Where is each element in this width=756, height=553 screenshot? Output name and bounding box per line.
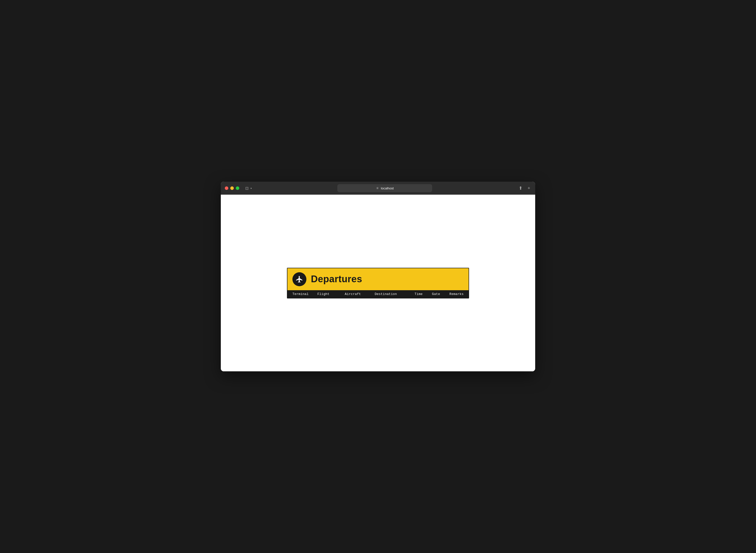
address-bar: ✳ localhost [255, 184, 515, 192]
departures-title: Departures [311, 274, 362, 285]
url-text: localhost [381, 186, 394, 190]
departures-columns: Terminal Flight Aircraft Destination Tim… [287, 290, 469, 298]
airplane-icon [296, 275, 304, 283]
minimize-button[interactable] [230, 186, 234, 190]
column-terminal: Terminal [292, 292, 317, 296]
sidebar-button[interactable]: ⊡ [244, 185, 250, 192]
site-icon: ✳ [376, 186, 379, 190]
column-destination: Destination [375, 292, 415, 296]
departures-header: Departures [287, 268, 469, 290]
column-flight: Flight [317, 292, 345, 296]
traffic-lights [225, 186, 239, 190]
column-time: Time [414, 292, 432, 296]
browser-actions: ⬆ + [518, 184, 531, 192]
browser-content: Departures Terminal Flight Aircraft Dest… [221, 194, 535, 371]
new-tab-button[interactable]: + [526, 185, 531, 192]
browser-titlebar: ⊡ ▾ ✳ localhost ⬆ + [221, 182, 535, 194]
chevron-down-icon: ▾ [251, 187, 252, 190]
departures-icon [292, 272, 307, 286]
close-button[interactable] [225, 186, 228, 190]
column-aircraft: Aircraft [345, 292, 375, 296]
maximize-button[interactable] [236, 186, 239, 190]
browser-window: ⊡ ▾ ✳ localhost ⬆ + Departures [221, 182, 535, 371]
column-gate: Gate [432, 292, 449, 296]
sidebar-toggle[interactable]: ⊡ ▾ [244, 185, 252, 192]
url-input[interactable]: ✳ localhost [337, 184, 432, 192]
share-button[interactable]: ⬆ [518, 184, 523, 192]
departures-board: Departures Terminal Flight Aircraft Dest… [287, 268, 469, 299]
column-remarks: Remarks [449, 292, 464, 296]
